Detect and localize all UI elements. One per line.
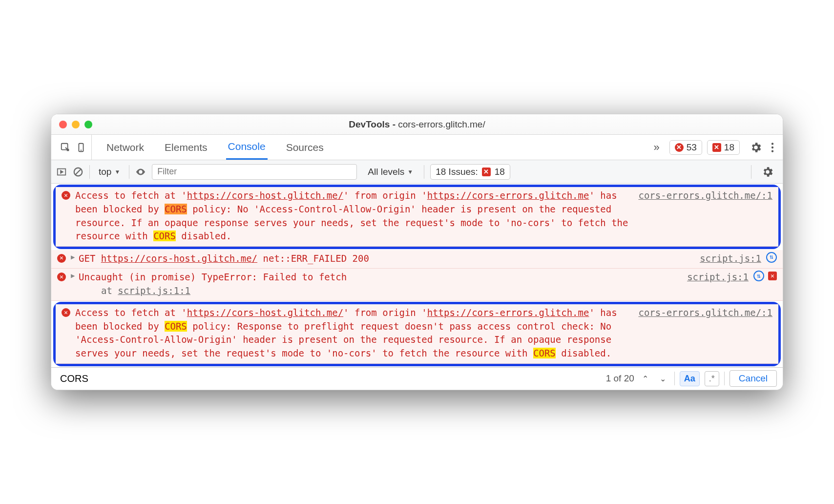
highlighted-row: ✕Access to fetch at 'https://cors-host.g… [53,302,781,366]
highlighted-row: ✕Access to fetch at 'https://cors-host.g… [53,185,781,249]
expand-icon[interactable]: ▶ [71,271,77,280]
error-icon: ✕ [62,191,70,200]
source-link[interactable]: script.js:1 [679,271,749,284]
error-icon: ✕ [57,254,66,263]
tab-sources[interactable]: Sources [284,136,326,159]
console-row[interactable]: ✕▶GET https://cors-host.glitch.me/ net::… [51,250,783,269]
source-link[interactable]: script.js:1 [692,252,761,266]
window-title: DevTools - cors-errors.glitch.me/ [51,119,783,130]
svg-point-3 [771,143,773,145]
console-row[interactable]: ✕Access to fetch at 'https://cors-host.g… [56,304,778,363]
error-icon: ✕ [57,273,66,281]
kebab-icon[interactable] [766,141,779,154]
levels-select[interactable]: All levels▼ [363,167,418,177]
device-icon[interactable] [76,142,86,153]
tab-network[interactable]: Network [104,136,146,159]
svg-point-4 [771,147,773,148]
svg-point-5 [771,150,773,152]
context-select[interactable]: top▼ [96,167,123,177]
tab-console[interactable]: Console [226,135,268,160]
search-input[interactable] [57,371,601,386]
search-prev-button[interactable]: ⌃ [639,372,652,385]
console-row[interactable]: ✕Access to fetch at 'https://cors-host.g… [56,187,778,246]
issue-icon: ✕ [712,143,721,152]
issue-icon: ✕ [482,168,491,176]
error-counter[interactable]: ✕53 [669,140,702,155]
search-count: 1 of 20 [606,373,634,384]
console-settings-icon[interactable] [761,166,774,178]
regex-toggle[interactable]: .* [705,371,719,386]
expand-icon[interactable]: ▶ [71,252,77,262]
settings-icon[interactable] [750,141,762,154]
issues-counter[interactable]: ✕18 [707,140,740,155]
live-expression-icon[interactable] [135,167,146,177]
sync-icon[interactable]: ⇅ [753,271,764,281]
source-link[interactable]: cors-errors.glitch.me/:1 [630,306,772,320]
issue-icon[interactable]: ✕ [768,272,777,280]
console-toolbar: top▼ All levels▼ 18 Issues:✕18 [51,160,783,184]
svg-line-8 [76,169,81,174]
error-icon: ✕ [675,143,684,152]
sync-icon[interactable]: ⇅ [766,252,777,263]
inspect-icon[interactable] [60,142,71,153]
error-icon: ✕ [62,308,70,317]
play-icon[interactable] [56,167,67,177]
search-bar: 1 of 20 ⌃ ⌄ Aa .* Cancel [51,367,783,390]
main-tabbar: NetworkElementsConsoleSources » ✕53 ✕18 [51,135,783,160]
console-row[interactable]: ✕▶Uncaught (in promise) TypeError: Faile… [51,269,783,301]
source-link[interactable]: cors-errors.glitch.me/:1 [630,189,772,203]
console-messages: ✕Access to fetch at 'https://cors-host.g… [51,185,783,366]
devtools-window: DevTools - cors-errors.glitch.me/ Networ… [51,114,783,390]
filter-input[interactable] [152,164,357,180]
more-tabs-icon[interactable]: » [649,141,663,154]
search-next-button[interactable]: ⌄ [657,372,669,385]
case-toggle[interactable]: Aa [680,371,700,386]
titlebar: DevTools - cors-errors.glitch.me/ [51,114,783,135]
clear-icon[interactable] [73,167,83,177]
cancel-button[interactable]: Cancel [730,370,777,387]
tab-elements[interactable]: Elements [163,136,209,159]
issues-button[interactable]: 18 Issues:✕18 [430,164,510,180]
